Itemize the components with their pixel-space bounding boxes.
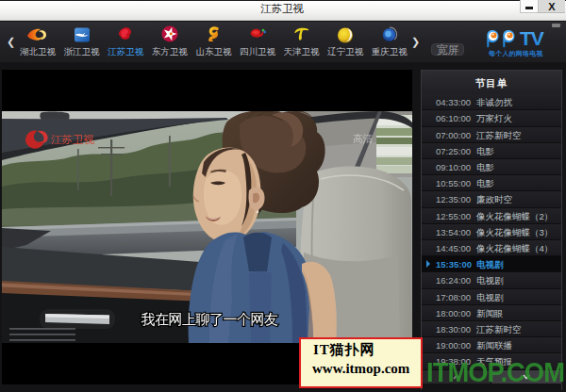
svg-text:每个人的网络电视: 每个人的网络电视 (488, 50, 543, 57)
svg-text:TV: TV (520, 27, 544, 49)
svg-text:我在网上聊了一个网友: 我在网上聊了一个网友 (142, 311, 279, 327)
svg-text:江苏卫视: 江苏卫视 (51, 134, 95, 145)
svg-text:高清: 高清 (353, 133, 373, 144)
